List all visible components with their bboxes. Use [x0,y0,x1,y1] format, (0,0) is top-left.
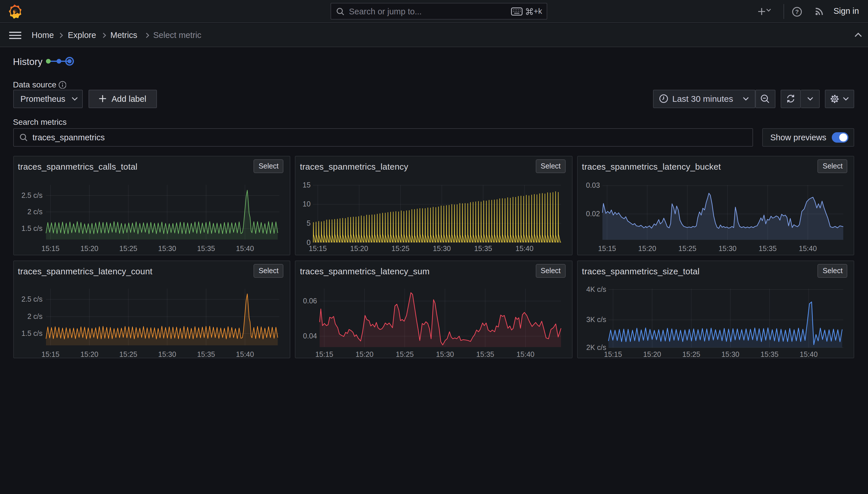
svg-text:2K c/s: 2K c/s [586,343,606,351]
svg-text:15:15: 15:15 [41,244,59,252]
svg-text:15:25: 15:25 [119,350,137,358]
svg-text:15:20: 15:20 [350,244,369,252]
svg-text:15:30: 15:30 [158,350,176,358]
svg-text:15:35: 15:35 [197,244,215,252]
svg-text:5: 5 [307,219,311,227]
svg-text:15:30: 15:30 [436,350,454,358]
svg-text:15:30: 15:30 [722,350,739,358]
svg-text:?: ? [795,8,799,15]
svg-text:15:35: 15:35 [197,350,215,358]
svg-text:15:40: 15:40 [800,350,818,358]
svg-text:15:25: 15:25 [392,244,410,252]
svg-text:15:40: 15:40 [516,244,534,252]
svg-text:2 c/s: 2 c/s [27,207,42,215]
svg-text:2.5 c/s: 2.5 c/s [21,191,42,199]
svg-text:15:20: 15:20 [80,244,98,252]
svg-text:15:25: 15:25 [119,244,137,252]
svg-text:2 c/s: 2 c/s [27,312,42,320]
svg-text:15:20: 15:20 [356,350,374,358]
svg-text:15:40: 15:40 [799,244,817,252]
svg-text:15:25: 15:25 [678,244,696,252]
svg-text:15:15: 15:15 [598,244,616,252]
svg-text:15:40: 15:40 [516,350,535,358]
svg-text:15:35: 15:35 [758,244,776,252]
svg-text:15:15: 15:15 [41,350,59,358]
svg-text:0.06: 0.06 [303,297,317,304]
svg-text:15:30: 15:30 [158,244,176,252]
svg-text:0.04: 0.04 [303,331,317,340]
svg-text:15:30: 15:30 [433,244,451,252]
svg-text:15:35: 15:35 [476,350,494,358]
svg-text:15:25: 15:25 [682,350,701,358]
svg-text:15:40: 15:40 [236,244,254,252]
svg-text:3K c/s: 3K c/s [586,315,606,323]
svg-text:1.5 c/s: 1.5 c/s [21,224,42,232]
svg-text:15:20: 15:20 [643,350,661,358]
svg-text:15:20: 15:20 [638,244,656,252]
svg-text:15:15: 15:15 [315,350,333,358]
svg-text:1.5 c/s: 1.5 c/s [21,329,42,337]
svg-text:15: 15 [303,180,311,189]
svg-text:2.5 c/s: 2.5 c/s [21,295,42,303]
svg-text:15:35: 15:35 [474,244,492,252]
svg-text:15:25: 15:25 [396,350,414,358]
svg-text:15:20: 15:20 [80,350,98,358]
svg-text:10: 10 [303,200,311,208]
svg-text:4K c/s: 4K c/s [586,285,606,293]
svg-text:15:15: 15:15 [309,244,327,252]
svg-text:15:40: 15:40 [236,350,254,358]
svg-text:0.02: 0.02 [586,209,600,217]
svg-text:0.03: 0.03 [586,181,600,189]
svg-text:15:15: 15:15 [604,350,622,358]
svg-text:15:30: 15:30 [718,244,737,252]
svg-text:15:35: 15:35 [761,350,778,358]
